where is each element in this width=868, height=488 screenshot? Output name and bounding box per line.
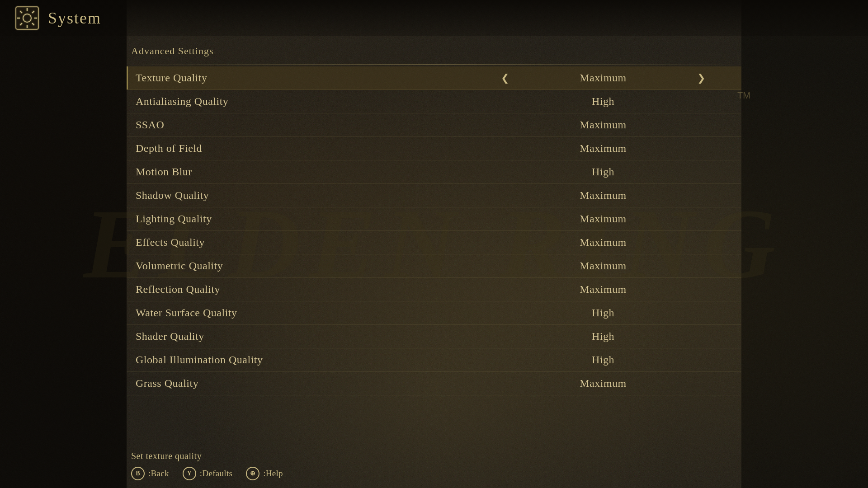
control-label: :Back (148, 469, 169, 479)
control-item: Y:Defaults (183, 467, 232, 480)
setting-value: Maximum (580, 119, 627, 131)
section-title: Advanced Settings (127, 45, 741, 57)
footer-controls: B:BackY:Defaults⊕:Help (131, 467, 737, 480)
setting-row[interactable]: SSAOMaximum (127, 113, 741, 137)
setting-value: Maximum (580, 189, 627, 202)
setting-value: High (592, 95, 614, 108)
setting-value: Maximum (580, 236, 627, 249)
nav-arrow-right[interactable]: ❯ (688, 72, 714, 84)
control-button[interactable]: Y (183, 467, 196, 480)
page-title: System (48, 9, 101, 28)
setting-value: High (592, 307, 614, 319)
setting-value: Maximum (580, 142, 627, 155)
setting-row[interactable]: Volumetric QualityMaximum (127, 254, 741, 278)
setting-value-container: Maximum (465, 377, 741, 389)
setting-name: Texture Quality (127, 72, 465, 84)
setting-name: Grass Quality (127, 377, 465, 389)
control-label: :Help (263, 469, 283, 479)
setting-row[interactable]: Reflection QualityMaximum (127, 278, 741, 301)
setting-row[interactable]: Lighting QualityMaximum (127, 207, 741, 231)
control-label: :Defaults (200, 469, 232, 479)
setting-row[interactable]: Antialiasing QualityHigh (127, 90, 741, 113)
setting-name: Volumetric Quality (127, 260, 465, 272)
setting-value-container: High (465, 166, 741, 178)
setting-value-container: High (465, 354, 741, 366)
setting-value: High (592, 354, 614, 366)
setting-name: Water Surface Quality (127, 307, 465, 319)
setting-name: Global Illumination Quality (127, 354, 465, 366)
setting-row[interactable]: Shader QualityHigh (127, 325, 741, 348)
setting-row[interactable]: Effects QualityMaximum (127, 231, 741, 254)
footer-hint: Set texture quality (131, 451, 737, 461)
setting-value: Maximum (580, 283, 627, 296)
setting-row[interactable]: Global Illumination QualityHigh (127, 348, 741, 372)
setting-value: Maximum (580, 377, 627, 389)
setting-value-container: ❮Maximum❯ (465, 72, 741, 84)
setting-value-container: High (465, 95, 741, 108)
gear-icon (14, 5, 41, 32)
setting-row[interactable]: Texture Quality❮Maximum❯ (127, 66, 741, 90)
setting-name: Lighting Quality (127, 213, 465, 225)
control-button[interactable]: ⊕ (246, 467, 259, 480)
setting-value: Maximum (580, 72, 627, 84)
setting-name: Reflection Quality (127, 283, 465, 296)
setting-value: High (592, 166, 614, 178)
setting-value-container: High (465, 330, 741, 343)
setting-value-container: Maximum (465, 213, 741, 225)
setting-value: Maximum (580, 213, 627, 225)
settings-list: Texture Quality❮Maximum❯Antialiasing Qua… (127, 66, 741, 395)
control-item: B:Back (131, 467, 169, 480)
setting-value: High (592, 330, 614, 343)
setting-name: Depth of Field (127, 142, 465, 155)
setting-row[interactable]: Shadow QualityMaximum (127, 184, 741, 207)
main-content: Advanced Settings Texture Quality❮Maximu… (127, 36, 741, 443)
setting-value-container: Maximum (465, 260, 741, 272)
section-divider (127, 64, 741, 65)
setting-row[interactable]: Motion BlurHigh (127, 160, 741, 184)
control-item: ⊕:Help (246, 467, 283, 480)
setting-value-container: Maximum (465, 236, 741, 249)
setting-value-container: Maximum (465, 283, 741, 296)
setting-name: Motion Blur (127, 166, 465, 178)
setting-name: Antialiasing Quality (127, 95, 465, 108)
header: System (0, 0, 868, 36)
setting-row[interactable]: Depth of FieldMaximum (127, 137, 741, 160)
setting-row[interactable]: Grass QualityMaximum (127, 372, 741, 395)
setting-row[interactable]: Water Surface QualityHigh (127, 301, 741, 325)
setting-name: SSAO (127, 119, 465, 131)
setting-value-container: High (465, 307, 741, 319)
nav-arrow-left[interactable]: ❮ (492, 72, 518, 84)
setting-name: Shadow Quality (127, 189, 465, 202)
footer: Set texture quality B:BackY:Defaults⊕:He… (127, 443, 741, 488)
setting-value-container: Maximum (465, 189, 741, 202)
setting-value-container: Maximum (465, 142, 741, 155)
setting-name: Effects Quality (127, 236, 465, 249)
setting-name: Shader Quality (127, 330, 465, 343)
setting-value: Maximum (580, 260, 627, 272)
control-button[interactable]: B (131, 467, 145, 480)
setting-value-container: Maximum (465, 119, 741, 131)
